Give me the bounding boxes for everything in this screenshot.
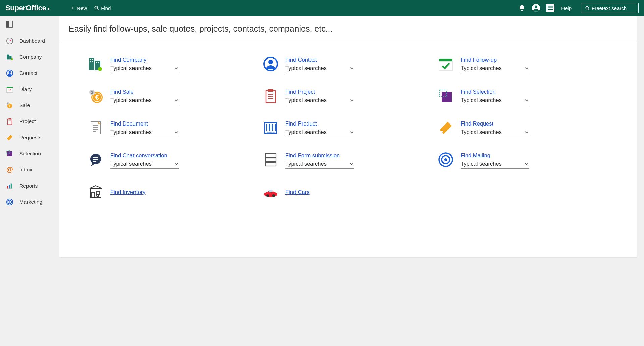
sidebar-item-inbox[interactable]: @ Inbox [0, 162, 59, 178]
sidebar-item-requests[interactable]: Requests [0, 130, 59, 146]
sidebar-item-label: Reports [19, 183, 38, 189]
form-icon [263, 152, 278, 167]
typical-searches-dropdown[interactable]: Typical searches [285, 160, 354, 169]
svg-rect-6 [548, 8, 553, 9]
svg-rect-33 [9, 185, 10, 188]
dropdown-label: Typical searches [285, 97, 327, 103]
find-cell-find-selection: Find Selection Typical searches [438, 89, 610, 105]
freetext-label: Freetext search [592, 5, 627, 11]
chevron-down-icon [350, 98, 354, 102]
svg-rect-7 [548, 9, 553, 10]
find-link-find-sale[interactable]: Find Sale [110, 89, 134, 95]
sidebar-item-diary[interactable]: 18 Diary [0, 81, 59, 97]
svg-text:18: 18 [8, 89, 11, 92]
find-link-find-selection[interactable]: Find Selection [461, 89, 496, 95]
sidebar-item-marketing[interactable]: Marketing [0, 194, 59, 210]
chevron-down-icon [174, 130, 178, 134]
sidebar-item-dashboard[interactable]: Dashboard [0, 33, 59, 49]
typical-searches-dropdown[interactable]: Typical searches [110, 128, 179, 137]
dropdown-label: Typical searches [461, 65, 502, 71]
svg-text:@: @ [6, 166, 13, 173]
contact-icon [6, 69, 13, 77]
typical-searches-dropdown[interactable]: Typical searches [110, 96, 179, 105]
find-link-find-document[interactable]: Find Document [110, 120, 148, 127]
topbar-right-icons: Help Freetext search [518, 3, 639, 13]
find-link-find-company[interactable]: Find Company [110, 57, 146, 63]
find-link-find-cars[interactable]: Find Cars [285, 189, 310, 195]
search-icon [94, 6, 99, 10]
svg-rect-26 [8, 118, 11, 120]
find-link-find-form-submission[interactable]: Find Form submission [285, 152, 340, 159]
sidebar-item-reports[interactable]: Reports [0, 178, 59, 194]
svg-point-38 [9, 201, 10, 203]
svg-line-1 [97, 9, 99, 10]
sidebar-item-label: Diary [19, 86, 32, 92]
svg-point-17 [9, 71, 11, 73]
find-link-find-project[interactable]: Find Project [285, 89, 315, 95]
new-label: New [77, 5, 87, 11]
followup-icon [438, 57, 453, 71]
dropdown-label: Typical searches [110, 97, 152, 103]
chevron-down-icon [350, 130, 354, 134]
svg-rect-25 [8, 119, 12, 125]
svg-point-3 [535, 5, 538, 8]
find-cell-find-document: Find Document Typical searches [88, 120, 260, 137]
typical-searches-dropdown[interactable]: Typical searches [461, 128, 529, 137]
chevron-down-icon [525, 162, 529, 166]
find-link-find-inventory[interactable]: Find Inventory [110, 189, 146, 195]
ticket-icon [6, 134, 13, 141]
find-link-find-contact[interactable]: Find Contact [285, 57, 317, 63]
target-icon [6, 198, 13, 206]
sidebar: Dashboard Company Contact 18 Diary €$ Sa… [0, 16, 59, 346]
selection-icon [438, 89, 453, 103]
sidebar-item-label: Sale [19, 102, 30, 108]
find-link-find-product[interactable]: Find Product [285, 120, 317, 127]
sidebar-item-contact[interactable]: Contact [0, 65, 59, 81]
find-cell-find-sale: Find Sale Typical searches [88, 89, 260, 105]
car-icon [263, 184, 278, 199]
new-button[interactable]: ＋ New [70, 5, 87, 11]
freetext-search[interactable]: Freetext search [582, 3, 639, 13]
typical-searches-dropdown[interactable]: Typical searches [461, 96, 529, 105]
find-link-find-follow-up[interactable]: Find Follow-up [461, 57, 497, 63]
chevron-down-icon [525, 130, 529, 134]
find-button[interactable]: Find [94, 5, 111, 11]
brand-logo[interactable]: SuperOffice. [5, 4, 50, 12]
typical-searches-dropdown[interactable]: Typical searches [461, 64, 529, 73]
sidebar-item-company[interactable]: Company [0, 49, 59, 65]
menu-icon[interactable] [546, 4, 554, 12]
svg-rect-13 [7, 55, 9, 60]
sidebar-item-selection[interactable]: Selection [0, 146, 59, 162]
chevron-down-icon [174, 66, 178, 70]
find-cell-find-follow-up: Find Follow-up Typical searches [438, 57, 610, 73]
panel-toggle-icon[interactable] [6, 21, 59, 28]
chevron-down-icon [350, 66, 354, 70]
help-link[interactable]: Help [560, 5, 572, 11]
typical-searches-dropdown[interactable]: Typical searches [285, 64, 354, 73]
chevron-down-icon [174, 162, 178, 166]
dropdown-label: Typical searches [110, 65, 152, 71]
svg-rect-5 [548, 6, 553, 7]
typical-searches-dropdown[interactable]: Typical searches [285, 128, 354, 137]
find-panel: Easily find follow-ups, sale quotes, pro… [59, 16, 637, 258]
svg-point-0 [95, 6, 98, 9]
typical-searches-dropdown[interactable]: Typical searches [461, 160, 529, 169]
typical-searches-dropdown[interactable]: Typical searches [110, 64, 179, 73]
find-cell-find-contact: Find Contact Typical searches [263, 57, 435, 73]
chevron-down-icon [525, 98, 529, 102]
sidebar-item-project[interactable]: Project [0, 113, 59, 130]
find-link-find-chat-conversation[interactable]: Find Chat conversation [110, 152, 167, 159]
svg-rect-34 [11, 184, 12, 189]
profile-icon[interactable] [532, 4, 540, 12]
find-link-find-request[interactable]: Find Request [461, 120, 493, 127]
find-label: Find [101, 5, 111, 11]
find-cell-find-company: Find Company Typical searches [88, 57, 260, 73]
request-icon [438, 120, 453, 135]
notification-icon[interactable] [518, 4, 526, 12]
typical-searches-dropdown[interactable]: Typical searches [285, 96, 354, 105]
find-link-find-mailing[interactable]: Find Mailing [461, 152, 490, 159]
chevron-down-icon [525, 66, 529, 70]
typical-searches-dropdown[interactable]: Typical searches [110, 160, 179, 169]
find-grid: Find Company Typical searches Find Conta… [59, 41, 637, 212]
sidebar-item-sale[interactable]: €$ Sale [0, 97, 59, 113]
